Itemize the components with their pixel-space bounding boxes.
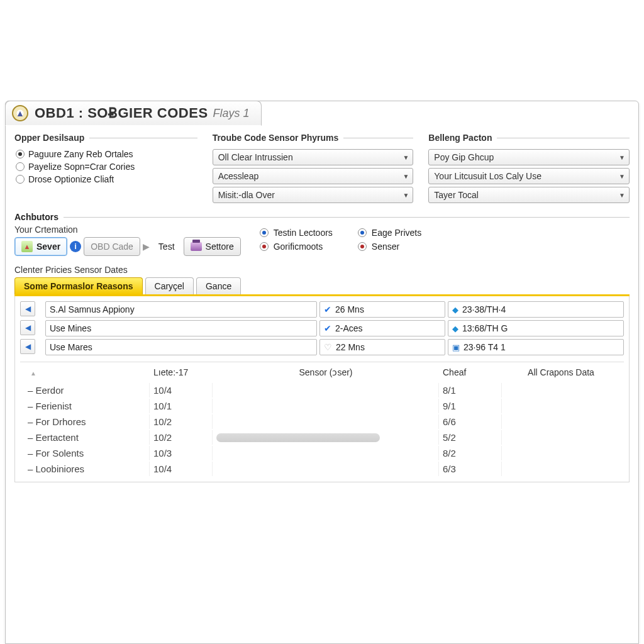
sensor-mid-input[interactable]: ♡22 Mns [319, 339, 445, 355]
tabs: Some Pormaslor Reasons Caryçel Gance [14, 277, 630, 296]
radio-option-1[interactable]: Paguure Zany Reb Ortales [16, 149, 197, 159]
select-tayer[interactable]: Tayer Tocal ▼ [428, 187, 630, 203]
sever-button[interactable]: ▲ Sever [14, 237, 67, 256]
test-button[interactable]: Test [152, 237, 181, 256]
row-sensor [213, 383, 439, 397]
row-cheaf: 6/6 [439, 414, 502, 429]
table-row[interactable]: – Eerdor 10/4 8/1 [20, 382, 624, 398]
table-row[interactable]: – Eertactent 10/2 5/2 [20, 430, 624, 445]
row-lete: 10/2 [150, 430, 213, 445]
select-intrussien[interactable]: Oll Clear Intrussien ▼ [213, 149, 414, 165]
value: Use Mines [50, 323, 91, 333]
status-testin[interactable]: Testin Lectoors [260, 228, 333, 238]
info-icon[interactable]: i [70, 241, 81, 252]
row-sensor [213, 430, 439, 445]
row-name: – Ferienist [24, 399, 150, 413]
check-icon: ✔ [324, 304, 331, 314]
sensor-mid-input[interactable]: ✔2-Aces [319, 320, 445, 336]
radio-label: Paguure Zany Reb Ortales [28, 149, 133, 159]
button-label: OBD Cade [91, 242, 133, 252]
radio-option-3[interactable]: Drose Optionize Cliaft [16, 174, 197, 184]
select-value: Oll Clear Intrussien [218, 152, 293, 162]
sensor-bar [216, 433, 380, 442]
title-tab: ▲ OBD1 : SOɃGIER CODES Flays 1 [5, 101, 262, 126]
tabpanel: ◀ S.Al Samnus Appiony ✔26 Mns ◆23·38/TH·… [14, 296, 630, 482]
group-opper-legend: Opper Desilsaup [14, 133, 89, 143]
row-lete: 10/4 [150, 462, 213, 476]
table-header: ▲ Lıete:-17 Sensor (ɔser) Cheaf All Crap… [20, 362, 624, 382]
col-cheaf[interactable]: Cheaf [439, 365, 502, 380]
caret-down-icon: ▼ [619, 154, 625, 161]
status-senser[interactable]: Senser [358, 242, 421, 252]
group-troube: Troube Code Sensor Phyrums Oll Clear Int… [213, 133, 414, 207]
sensor-right-input[interactable]: ◆13:68/TH G [448, 320, 624, 336]
group-troube-legend: Troube Code Sensor Phyrums [213, 133, 344, 143]
value: Use Mares [50, 342, 92, 352]
col-sensor[interactable]: Sensor (ɔser) [213, 365, 439, 380]
sensor-name-input[interactable]: Use Mines [45, 320, 317, 336]
status-dot-icon [260, 242, 269, 251]
window-title: OBD1 : SOɃGIER CODES [35, 105, 208, 121]
disk-icon: ▣ [452, 343, 460, 352]
select-value: Your Litcusuit Los Caly Use [434, 171, 541, 181]
play-icon[interactable]: ▶ [143, 242, 150, 252]
tab-gance[interactable]: Gance [196, 277, 241, 294]
check-off-icon: ♡ [324, 342, 332, 352]
select-value: Misit:-dla Over [218, 190, 275, 200]
select-value: Acessleap [218, 171, 259, 181]
table-row[interactable]: – For Solents 10/3 8/2 [20, 445, 624, 461]
radio-icon [16, 175, 25, 184]
tab-pormaslor[interactable]: Some Pormaslor Reasons [14, 277, 143, 294]
col-crapons[interactable]: All Crapons Data [502, 365, 620, 380]
radio-icon [16, 162, 25, 171]
radio-label: Drose Optionize Cliaft [28, 174, 114, 184]
row-cheaf: 9/1 [439, 399, 502, 413]
radio-option-2[interactable]: Payelize Sopn=Crar Cories [16, 162, 197, 172]
row-sensor [213, 414, 439, 429]
select-acessleap[interactable]: Acessleap ▼ [213, 168, 414, 184]
nav-back-icon[interactable]: ◀ [20, 339, 35, 354]
col-lete[interactable]: Lıete:-17 [150, 365, 213, 380]
sensor-name-input[interactable]: S.Al Samnus Appiony [45, 301, 317, 318]
settore-icon [191, 242, 202, 251]
table-row[interactable]: – Ferienist 10/1 9/1 [20, 398, 624, 414]
table-row[interactable]: – Loobiniores 10/4 6/3 [20, 461, 624, 477]
tab-label: Caryçel [155, 281, 184, 291]
row-crapons [502, 383, 620, 397]
row-lete: 10/1 [150, 399, 213, 413]
row-name: – Eerdor [24, 383, 150, 397]
button-label: Sever [36, 242, 60, 252]
caret-down-icon: ▼ [402, 173, 409, 180]
diamond-icon: ◆ [452, 324, 458, 333]
row-name: – For Solents [24, 446, 150, 460]
sensor-right-input[interactable]: ▣23·96 T4 1 [448, 339, 624, 355]
button-label: Settore [206, 242, 234, 252]
nav-back-icon[interactable]: ◀ [20, 301, 35, 316]
settore-button[interactable]: Settore [184, 237, 241, 256]
table-row[interactable]: – For Drhores 10/2 6/6 [20, 414, 624, 430]
status-eage[interactable]: Eage Privets [358, 228, 421, 238]
select-poygip[interactable]: Poy Gip Ghcup ▼ [428, 149, 630, 165]
button-label: Test [158, 242, 175, 252]
diamond-icon: ◆ [452, 305, 458, 314]
col-blank[interactable]: ▲ [24, 365, 150, 380]
select-litcusuit[interactable]: Your Litcusuit Los Caly Use ▼ [428, 168, 630, 184]
status-gorif[interactable]: Gorificmoots [260, 242, 333, 252]
obdcade-button[interactable]: OBD Cade [84, 237, 140, 256]
status-label: Testin Lectoors [274, 228, 333, 238]
value: 23·96 T4 1 [464, 342, 506, 352]
status-dot-icon [358, 228, 367, 237]
sensor-mid-input[interactable]: ✔26 Mns [319, 301, 445, 318]
row-name: – Loobiniores [24, 462, 150, 476]
sensor-right-input[interactable]: ◆23·38/TH·4 [448, 301, 624, 318]
tab-carycel[interactable]: Caryçel [145, 277, 194, 294]
value: 22 Mns [336, 342, 365, 352]
nav-back-icon[interactable]: ◀ [20, 320, 35, 335]
value: S.Al Samnus Appiony [50, 304, 135, 314]
row-crapons [502, 462, 620, 476]
window-subtitle: Flays 1 [213, 107, 250, 120]
row-lete: 10/2 [150, 414, 213, 429]
sensor-name-input[interactable]: Use Mares [45, 339, 317, 355]
select-misit[interactable]: Misit:-dla Over ▼ [213, 187, 414, 203]
row-name: – Eertactent [24, 430, 150, 445]
